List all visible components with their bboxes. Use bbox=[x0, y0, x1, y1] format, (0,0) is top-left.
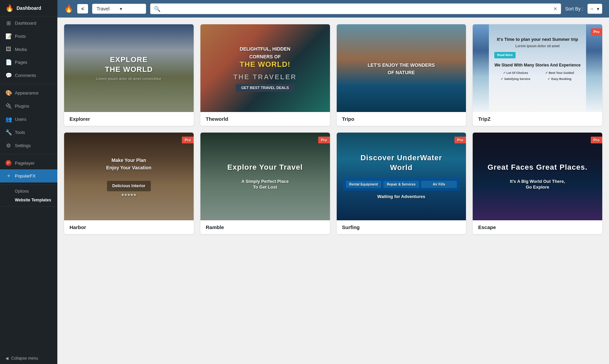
sidebar-item-label: Settings bbox=[15, 143, 31, 148]
sort-label: Sort By : bbox=[565, 6, 583, 11]
template-preview-theworld: DELIGHTFUL, HIDDEN CORNERS OF THE WORLD!… bbox=[200, 24, 330, 112]
sidebar-item-settings[interactable]: ⚙ Settings bbox=[0, 139, 57, 152]
template-preview-tripo: LET'S ENJOY THE WONDERS OF NATURE bbox=[337, 24, 466, 112]
sidebar-nav: ⊞ Dashboard 📝 Posts 🖼 Media 📄 Pages 💬 Co… bbox=[0, 17, 57, 353]
sidebar-item-dashboard[interactable]: ⊞ Dashboard bbox=[0, 17, 57, 30]
media-icon: 🖼 bbox=[5, 46, 11, 52]
topbar-logo-icon: 🔥 bbox=[64, 4, 73, 13]
sidebar-item-label: Comments bbox=[15, 73, 36, 78]
search-icon: 🔍 bbox=[154, 6, 161, 12]
sidebar-item-users[interactable]: 👥 Users bbox=[0, 113, 57, 126]
popularfx-icon: ✦ bbox=[5, 173, 11, 179]
settings-icon: ⚙ bbox=[5, 142, 11, 149]
template-card-surfing[interactable]: Pro Discover UnderWater World Rental Equ… bbox=[337, 133, 466, 234]
template-label-escape: Escape bbox=[473, 220, 602, 234]
sidebar-item-comments[interactable]: 💬 Comments bbox=[0, 69, 57, 82]
dropdown-arrow-icon: ▾ bbox=[120, 6, 122, 11]
search-bar: 🔍 ✕ bbox=[150, 3, 561, 14]
sort-dropdown[interactable]: -- ▾ bbox=[587, 4, 602, 14]
appearance-icon: 🎨 bbox=[5, 90, 11, 96]
sidebar: 🔥 Dashboard ⊞ Dashboard 📝 Posts 🖼 Media … bbox=[0, 0, 57, 364]
back-button[interactable]: < bbox=[77, 4, 88, 13]
templates-grid: EXPLORE THE WORLD Lorem ipsum dolor sit … bbox=[64, 24, 602, 234]
dashboard-icon: ⊞ bbox=[5, 20, 11, 26]
template-label-theworld: Theworld bbox=[200, 112, 330, 126]
template-label-surfing: Surfing bbox=[337, 220, 466, 234]
sidebar-item-label: Posts bbox=[15, 34, 26, 39]
sidebar-item-label: Users bbox=[15, 117, 26, 122]
collapse-icon: ◀ bbox=[5, 356, 8, 361]
pro-badge-escape: Pro bbox=[591, 137, 602, 143]
topbar: 🔥 < Travel ▾ 🔍 ✕ Sort By : -- ▾ bbox=[57, 0, 609, 18]
template-preview-harbor: Pro Make Your Plan Enjoy Your Vacation D… bbox=[64, 133, 194, 220]
sidebar-brand: 🔥 Dashboard bbox=[0, 0, 57, 17]
sort-by-label: Sort By : bbox=[565, 6, 583, 11]
template-card-tripz[interactable]: Pro It's Time to plan your next Summer t… bbox=[473, 24, 602, 126]
pages-icon: 📄 bbox=[5, 59, 11, 65]
template-label-ramble: Ramble bbox=[200, 220, 330, 234]
template-preview-escape: Pro Great Faces Great Places. It's A Big… bbox=[473, 133, 602, 220]
divider1 bbox=[0, 84, 57, 84]
sidebar-brand-label: Dashboard bbox=[17, 5, 41, 11]
tools-icon: 🔧 bbox=[5, 129, 11, 136]
sort-value: -- bbox=[590, 6, 593, 11]
pro-badge-tripz: Pro bbox=[591, 28, 602, 35]
sidebar-sub-website-templates[interactable]: Website Templates bbox=[0, 196, 57, 204]
template-card-explorer[interactable]: EXPLORE THE WORLD Lorem ipsum dolor sit … bbox=[64, 24, 194, 126]
template-card-harbor[interactable]: Pro Make Your Plan Enjoy Your Vacation D… bbox=[64, 133, 194, 234]
sidebar-item-label: Pages bbox=[15, 60, 27, 65]
users-icon: 👥 bbox=[5, 116, 11, 122]
sidebar-item-tools[interactable]: 🔧 Tools bbox=[0, 126, 57, 139]
sidebar-item-plugins[interactable]: 🔌 Plugins bbox=[0, 100, 57, 113]
collapse-label: Collapse menu bbox=[11, 356, 38, 361]
sort-arrow-icon: ▾ bbox=[597, 6, 599, 11]
pro-badge-surfing: Pro bbox=[454, 137, 466, 143]
sidebar-item-appearance[interactable]: 🎨 Appearance bbox=[0, 86, 57, 100]
sidebar-item-label: Media bbox=[15, 47, 27, 52]
options-label: Options bbox=[15, 189, 29, 194]
template-label-tripo: Tripo bbox=[337, 112, 466, 126]
pro-badge-harbor: Pro bbox=[182, 137, 193, 143]
pro-badge-ramble: Pro bbox=[318, 137, 330, 143]
template-card-tripo[interactable]: LET'S ENJOY THE WONDERS OF NATURE Tripo bbox=[337, 24, 466, 126]
template-label-harbor: Harbor bbox=[64, 220, 194, 234]
sidebar-sub-options[interactable]: Options bbox=[0, 187, 57, 196]
divider3 bbox=[0, 185, 57, 185]
template-card-theworld[interactable]: DELIGHTFUL, HIDDEN CORNERS OF THE WORLD!… bbox=[200, 24, 330, 126]
sidebar-item-label: Plugins bbox=[15, 104, 29, 109]
sidebar-item-pages[interactable]: 📄 Pages bbox=[0, 56, 57, 69]
template-card-escape[interactable]: Pro Great Faces Great Places. It's A Big… bbox=[473, 133, 602, 234]
dropdown-value: Travel bbox=[96, 6, 109, 11]
collapse-menu-button[interactable]: ◀ Collapse menu bbox=[0, 353, 57, 364]
sidebar-item-label: PopularFX bbox=[15, 173, 35, 178]
sidebar-item-popularfx[interactable]: ✦ PopularFX bbox=[0, 169, 57, 183]
templates-content: EXPLORE THE WORLD Lorem ipsum dolor sit … bbox=[57, 18, 609, 364]
sidebar-item-posts[interactable]: 📝 Posts bbox=[0, 30, 57, 43]
pagelayer-icon: P bbox=[5, 160, 11, 166]
plugins-icon: 🔌 bbox=[5, 103, 11, 109]
category-dropdown[interactable]: Travel ▾ bbox=[92, 4, 146, 14]
clear-search-icon[interactable]: ✕ bbox=[553, 6, 557, 11]
template-label-explorer: Explorer bbox=[64, 112, 194, 126]
template-label-tripz: TripZ bbox=[473, 112, 602, 126]
search-input[interactable] bbox=[163, 4, 551, 14]
divider4 bbox=[0, 206, 57, 207]
template-preview-ramble: Pro Explore Your Travel A Simply Perfect… bbox=[200, 133, 330, 220]
template-preview-tripz: Pro It's Time to plan your next Summer t… bbox=[473, 24, 602, 112]
sidebar-item-label: Dashboard bbox=[15, 21, 36, 26]
website-templates-label: Website Templates bbox=[15, 198, 51, 202]
comments-icon: 💬 bbox=[5, 72, 11, 79]
posts-icon: 📝 bbox=[5, 33, 11, 39]
template-preview-surfing: Pro Discover UnderWater World Rental Equ… bbox=[337, 133, 466, 220]
template-preview-explorer: EXPLORE THE WORLD Lorem ipsum dolor sit … bbox=[64, 24, 194, 112]
sidebar-item-label: Appearance bbox=[15, 90, 38, 95]
divider2 bbox=[0, 154, 57, 155]
main-area: 🔥 < Travel ▾ 🔍 ✕ Sort By : -- ▾ EXPL bbox=[57, 0, 609, 364]
template-card-ramble[interactable]: Pro Explore Your Travel A Simply Perfect… bbox=[200, 133, 330, 234]
sidebar-item-label: Tools bbox=[15, 130, 25, 135]
sidebar-item-media[interactable]: 🖼 Media bbox=[0, 43, 57, 56]
sidebar-item-pagelayer[interactable]: P Pagelayer bbox=[0, 157, 57, 169]
flame-icon: 🔥 bbox=[5, 4, 14, 12]
sidebar-item-label: Pagelayer bbox=[15, 161, 35, 166]
